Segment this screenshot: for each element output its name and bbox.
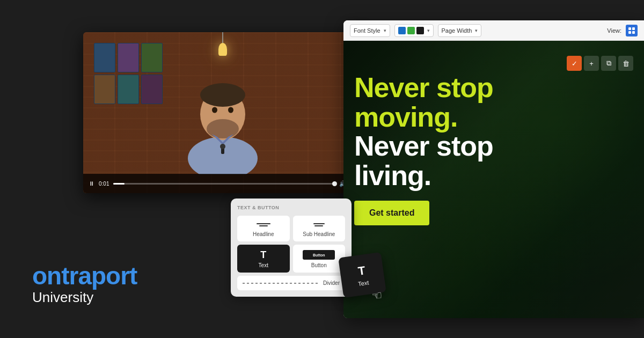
svg-rect-10 [628, 27, 631, 30]
progress-fill [113, 183, 125, 185]
shelf-item [141, 43, 163, 72]
svg-rect-13 [632, 31, 635, 34]
svg-point-5 [212, 107, 217, 113]
widget-subheadline-label: Sub Headline [303, 231, 335, 237]
hero-line2: moving. [354, 102, 633, 132]
hero-line3: Never stop [354, 131, 633, 161]
widget-text[interactable]: T Text [237, 245, 290, 273]
select-delete-button[interactable]: 🗑 [618, 56, 633, 71]
font-style-chevron: ▾ [384, 28, 386, 33]
selection-toolbar: ✓ + ⧉ 🗑 [567, 56, 633, 71]
divider-icon-container [243, 281, 318, 286]
hero-text-block: Never stop moving. Never stop living. Ge… [354, 73, 633, 225]
editor-content: ✓ + ⧉ 🗑 Never stop moving. Never stop li… [343, 41, 644, 318]
text-T-icon: T [260, 250, 266, 260]
widget-divider-label: Divider [323, 280, 340, 286]
hero-cta-button[interactable]: Get started [354, 201, 429, 225]
sub-icon-line2 [314, 225, 323, 226]
dragged-widget-label: Text [357, 279, 369, 287]
hero-headline-line1: Never stop [354, 72, 493, 103]
editor-panel: Font Style ▾ ▾ Page Width ▾ View: [343, 20, 644, 318]
hero-line1: Never stop [354, 73, 633, 102]
hero-subheadline-line4: living. [354, 160, 431, 191]
view-grid-icon [628, 27, 635, 34]
video-shelf [94, 43, 163, 104]
swatch-green [407, 27, 415, 34]
divider-icon [243, 283, 318, 284]
widget-headline-label: Headline [253, 231, 274, 237]
play-pause-button[interactable]: ⏸ [89, 180, 94, 187]
subheadline-icon [312, 221, 326, 229]
video-player: ⏸ 0:01 🔊 ⛶ [83, 32, 362, 193]
person-silhouette [169, 67, 276, 174]
swatch-black [416, 27, 424, 34]
svg-point-6 [228, 107, 233, 113]
logo-area: ontraport University [32, 263, 137, 306]
hero-line4: living. [354, 161, 633, 190]
widget-headline[interactable]: Headline [237, 216, 290, 241]
page-width-label: Page Width [442, 27, 472, 34]
view-icon-btn[interactable] [626, 25, 638, 36]
font-style-group[interactable]: Font Style ▾ [350, 24, 390, 37]
select-copy-button[interactable]: ⧉ [601, 56, 616, 71]
editor-toolbar: Font Style ▾ ▾ Page Width ▾ View: [343, 20, 644, 41]
video-controls[interactable]: ⏸ 0:01 🔊 ⛶ [83, 174, 362, 193]
select-add-button[interactable]: + [584, 56, 599, 71]
svg-rect-11 [632, 27, 635, 30]
widget-button[interactable]: Button Button [293, 245, 346, 273]
progress-dot [332, 181, 337, 186]
hero-subheadline-line3: Never stop [354, 130, 493, 161]
font-style-label: Font Style [354, 27, 380, 34]
hero-headline-line2: moving. [354, 101, 457, 133]
color-chevron: ▾ [427, 28, 430, 33]
headline-icon-line1 [257, 223, 270, 224]
select-confirm-button[interactable]: ✓ [567, 56, 582, 71]
logo-main: ontraport [32, 263, 137, 288]
widget-text-label: Text [259, 262, 268, 268]
page-width-group[interactable]: Page Width ▾ [438, 24, 482, 37]
color-swatches [398, 27, 424, 34]
drag-cursor-icon: ☜ [371, 288, 383, 304]
dragged-text-widget[interactable]: T Text ☜ [338, 252, 386, 298]
view-label: View: [607, 27, 621, 34]
shelf-item [118, 75, 139, 104]
widget-divider[interactable]: Divider [237, 276, 345, 290]
dragged-widget-T-icon: T [357, 263, 366, 278]
video-thumbnail [83, 32, 362, 193]
shelf-item [94, 43, 115, 72]
svg-point-4 [207, 119, 239, 138]
current-time: 0:01 [99, 181, 109, 187]
svg-point-9 [220, 144, 225, 149]
shelf-item [118, 43, 139, 72]
swatch-blue [398, 27, 406, 34]
button-preview-text: Button [313, 253, 325, 257]
widget-subheadline[interactable]: Sub Headline [293, 216, 346, 241]
headline-icon-line2 [259, 225, 268, 226]
svg-rect-12 [628, 31, 631, 34]
page-width-chevron: ▾ [475, 28, 478, 33]
widget-panel: TEXT & BUTTON Headline Sub Headline T Te… [231, 199, 352, 297]
shelf-item [141, 75, 163, 104]
logo-subtitle: University [32, 289, 137, 306]
headline-icon [257, 221, 270, 229]
button-preview: Button [303, 250, 335, 260]
svg-point-3 [200, 83, 245, 107]
bulb-wire [222, 32, 223, 43]
widget-panel-title: TEXT & BUTTON [237, 205, 345, 210]
widget-grid: Headline Sub Headline T Text Button Butt… [237, 216, 345, 290]
progress-bar[interactable] [113, 183, 335, 185]
shelf-item [94, 75, 115, 104]
widget-button-label: Button [311, 262, 327, 268]
color-swatch-group[interactable]: ▾ [394, 24, 434, 37]
light-bulb [218, 43, 227, 56]
sub-icon-line1 [313, 223, 325, 224]
